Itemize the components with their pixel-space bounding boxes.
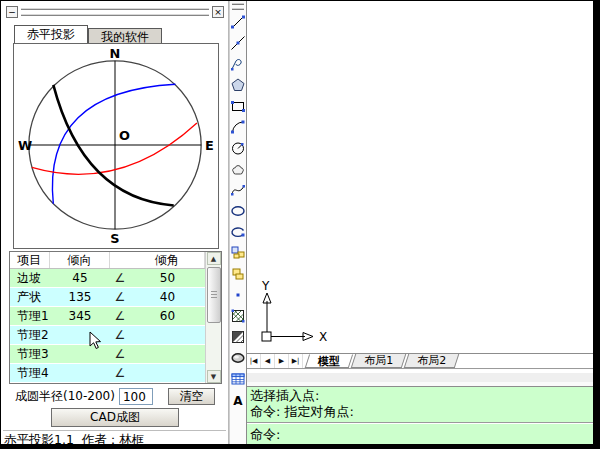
palette-tabs: 赤平投影 我的软件 (14, 24, 162, 43)
palette-titlebar[interactable]: − × (6, 5, 224, 18)
revision-cloud-tool-button[interactable] (230, 158, 246, 179)
center-label: O (119, 128, 130, 143)
last-tab-icon[interactable]: ▶| (289, 354, 303, 368)
titlebar-grip[interactable] (21, 8, 209, 16)
command-window: 选择插入点: 命令: 指定对角点: 命令: (247, 387, 593, 444)
polyline-tool-button[interactable] (230, 53, 246, 74)
construction-line-tool-button[interactable] (230, 32, 246, 53)
prev-tab-icon[interactable]: ◀ (261, 354, 275, 368)
layout-tab-bar: |◀ ◀ ▶ ▶| 模型 布局1 布局2 (247, 354, 593, 369)
drawing-area[interactable]: Y X (247, 1, 593, 354)
scroll-up-icon[interactable]: ▲ (207, 252, 221, 265)
window-splitter[interactable] (247, 369, 593, 387)
tab-layout2[interactable]: 布局2 (404, 354, 460, 368)
table-row[interactable]: 节理3 ∠ (10, 345, 205, 364)
dip-angle-cell[interactable]: 50 (130, 271, 205, 285)
ucs-x-label: X (319, 330, 327, 344)
point-tool-button[interactable] (230, 284, 246, 305)
spline-icon (230, 182, 246, 198)
radius-label: 成圆半径(10-200) (15, 388, 115, 405)
radius-input[interactable] (119, 388, 153, 405)
multiline-text-tool-button[interactable]: A (230, 389, 246, 410)
line-icon (230, 14, 246, 30)
arc-tool-button[interactable] (230, 116, 246, 137)
revision-cloud-icon (230, 161, 246, 177)
south-label: S (110, 231, 119, 246)
dip-direction-cell[interactable]: 345 (50, 309, 110, 323)
rectangle-tool-button[interactable] (230, 95, 246, 116)
ellipse-icon (230, 203, 246, 219)
dip-angle-cell[interactable]: 60 (130, 309, 205, 323)
layout-tabs: 模型 布局1 布局2 (307, 354, 459, 368)
row-item: 产状 (10, 289, 50, 306)
gradient-tool-button[interactable] (230, 326, 246, 347)
gradient-icon (230, 329, 246, 345)
stereonet-svg: N S W E O (14, 44, 218, 248)
close-icon[interactable]: × (212, 6, 224, 18)
dip-direction-cell[interactable]: 135 (50, 290, 110, 304)
scroll-down-icon[interactable]: ▼ (207, 370, 221, 383)
polygon-icon (230, 77, 246, 93)
table-grid: 项目 倾向 倾角 边坡 45 ∠ 50 产状 135 ∠ 40 (10, 252, 205, 383)
angle-icon: ∠ (110, 271, 130, 285)
bedding-great-circle (32, 123, 197, 174)
draw-toolbar: A (229, 1, 247, 444)
ucs-icon: Y X (257, 279, 337, 347)
hatch-icon (230, 308, 246, 324)
tab-layout2-label: 布局2 (417, 354, 446, 367)
region-tool-button[interactable] (230, 347, 246, 368)
table-row[interactable]: 产状 135 ∠ 40 (10, 288, 205, 307)
tab-model[interactable]: 模型 (305, 354, 354, 368)
tab-layout1-label: 布局1 (364, 354, 393, 367)
status-divider (3, 430, 226, 431)
toolbar-grip[interactable] (232, 3, 244, 10)
insert-block-tool-button[interactable] (230, 242, 246, 263)
dip-direction-cell[interactable]: 45 (50, 271, 110, 285)
tab-stereographic-projection[interactable]: 赤平投影 (14, 25, 88, 43)
table-row[interactable]: 边坡 45 ∠ 50 (10, 269, 205, 288)
command-history[interactable]: 选择插入点: 命令: 指定对角点: (247, 387, 593, 423)
scrollbar-thumb[interactable] (207, 267, 221, 323)
table-scrollbar[interactable]: ▲ ▼ (205, 252, 221, 383)
clear-button[interactable]: 清空 (168, 388, 215, 405)
spline-tool-button[interactable] (230, 179, 246, 200)
circle-icon (230, 140, 246, 156)
first-tab-icon[interactable]: |◀ (247, 354, 261, 368)
header-item: 项目 (10, 252, 50, 268)
tab-layout1[interactable]: 布局1 (351, 354, 407, 368)
arc-icon (230, 119, 246, 135)
angle-icon: ∠ (110, 347, 130, 361)
table-row[interactable]: 节理1 345 ∠ 60 (10, 307, 205, 326)
make-block-icon (230, 266, 246, 282)
insert-block-icon (230, 245, 246, 261)
multiline-text-icon: A (230, 392, 246, 408)
region-icon (230, 350, 246, 366)
row-item: 节理3 (10, 346, 50, 363)
table-row[interactable]: 节理2 ∠ (10, 326, 205, 345)
cad-plot-button[interactable]: CAD成图 (51, 408, 179, 427)
angle-icon: ∠ (110, 290, 130, 304)
row-item: 节理4 (10, 365, 50, 382)
ellipse-tool-button[interactable] (230, 200, 246, 221)
dip-angle-cell[interactable]: 40 (130, 290, 205, 304)
make-block-tool-button[interactable] (230, 263, 246, 284)
hatch-tool-button[interactable] (230, 305, 246, 326)
command-prompt[interactable]: 命令: (247, 423, 593, 444)
minimize-icon[interactable]: − (6, 6, 18, 18)
row-item: 节理1 (10, 308, 50, 325)
ellipse-arc-tool-button[interactable] (230, 221, 246, 242)
line-tool-button[interactable] (230, 11, 246, 32)
tab-my-software[interactable]: 我的软件 (88, 28, 162, 43)
next-tab-icon[interactable]: ▶ (275, 354, 289, 368)
circle-tool-button[interactable] (230, 137, 246, 158)
row-item: 边坡 (10, 270, 50, 287)
header-dip-angle: 倾角 (130, 252, 205, 268)
point-icon (230, 287, 246, 303)
north-label: N (110, 46, 121, 61)
angle-icon: ∠ (110, 309, 130, 323)
table-tool-button[interactable] (230, 368, 246, 389)
table-row[interactable]: 节理4 ∠ (10, 364, 205, 383)
polygon-tool-button[interactable] (230, 74, 246, 95)
svg-text:A: A (233, 393, 243, 407)
polyline-icon (230, 56, 246, 72)
